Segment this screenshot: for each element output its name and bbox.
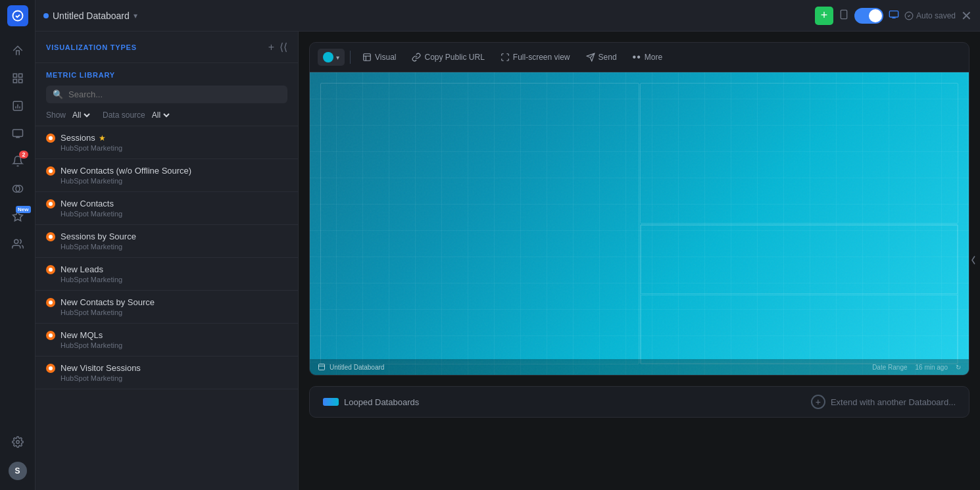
left-navigation: 2 New S bbox=[0, 0, 36, 490]
loop-label: Looped Databoards bbox=[344, 397, 419, 407]
copy-url-button[interactable]: Copy Public URL bbox=[405, 49, 491, 65]
copy-url-label: Copy Public URL bbox=[424, 53, 484, 62]
title-chevron-icon[interactable]: ▾ bbox=[134, 11, 137, 20]
extend-plus-icon: + bbox=[811, 395, 825, 409]
list-item[interactable]: Sessions by Source HubSpot Marketing bbox=[36, 225, 298, 258]
metric-list: Sessions ★ HubSpot Marketing New Contact… bbox=[36, 126, 298, 490]
preview-grid bbox=[320, 83, 958, 364]
visual-tab-button[interactable]: Visual bbox=[356, 49, 403, 65]
page-title: Untitled Databoard bbox=[53, 11, 130, 21]
status-dot bbox=[43, 13, 49, 18]
send-label: Send bbox=[599, 53, 617, 62]
fullscreen-icon bbox=[501, 53, 510, 62]
add-button[interactable]: + bbox=[815, 7, 833, 25]
preview-cell-top-right bbox=[640, 83, 959, 224]
top-bar: Untitled Databoard ▾ + Auto saved ✕ bbox=[36, 0, 980, 32]
app-logo bbox=[7, 5, 28, 26]
main-area: ▾ Visual Copy Public URL Full-screen vie… bbox=[299, 32, 980, 490]
fullscreen-label: Full-screen view bbox=[513, 53, 570, 62]
nav-reports[interactable] bbox=[6, 94, 30, 118]
color-swatch bbox=[323, 52, 333, 62]
extend-label: Extend with another Databoard... bbox=[831, 397, 956, 407]
collapse-sidebar-button[interactable]: ⟨⟨ bbox=[280, 41, 287, 53]
nav-team[interactable] bbox=[6, 232, 30, 256]
color-chevron-icon: ▾ bbox=[336, 54, 339, 61]
svg-rect-2 bbox=[18, 74, 22, 77]
new-badge: New bbox=[16, 206, 30, 213]
list-item[interactable]: New Contacts HubSpot Marketing bbox=[36, 192, 298, 225]
svg-point-0 bbox=[12, 11, 22, 21]
list-item[interactable]: New Visitor Sessions HubSpot Marketing bbox=[36, 356, 298, 389]
preview-footer-left: Untitled Databoard bbox=[318, 363, 384, 371]
notification-badge: 2 bbox=[19, 151, 28, 159]
preview-footer-right: Date Range 16 min ago ↻ bbox=[872, 364, 961, 371]
visual-label: Visual bbox=[375, 53, 396, 62]
show-label: Show bbox=[46, 110, 66, 120]
bottom-bar: Looped Databoards + Extend with another … bbox=[309, 386, 969, 418]
auto-saved-status: Auto saved bbox=[904, 11, 956, 20]
loop-databoards-section: Looped Databoards bbox=[323, 397, 419, 407]
svg-rect-4 bbox=[18, 80, 22, 83]
desktop-icon[interactable] bbox=[889, 9, 899, 22]
list-item[interactable]: New MQLs HubSpot Marketing bbox=[36, 324, 298, 356]
board-icon bbox=[318, 363, 326, 371]
nav-avatar[interactable]: S bbox=[6, 459, 30, 483]
fullscreen-button[interactable]: Full-screen view bbox=[494, 49, 577, 65]
svg-rect-12 bbox=[841, 10, 846, 18]
dashboard-card: ▾ Visual Copy Public URL Full-screen vie… bbox=[309, 42, 969, 376]
dashboard-toolbar: ▾ Visual Copy Public URL Full-screen vie… bbox=[310, 43, 969, 72]
svg-rect-14 bbox=[889, 11, 898, 16]
close-button[interactable]: ✕ bbox=[961, 9, 972, 22]
svg-rect-1 bbox=[13, 74, 16, 77]
more-dots-icon: •• bbox=[633, 51, 641, 63]
svg-point-10 bbox=[14, 239, 18, 243]
preview-sub-cell-2 bbox=[641, 295, 958, 364]
search-input[interactable] bbox=[68, 89, 281, 99]
mobile-icon[interactable] bbox=[839, 9, 849, 22]
nav-screen[interactable] bbox=[6, 122, 30, 145]
main-container: Untitled Databoard ▾ + Auto saved ✕ bbox=[36, 0, 980, 490]
board-name: Untitled Databoard bbox=[330, 364, 384, 371]
preview-sub-cell-1 bbox=[641, 225, 958, 294]
datasource-filter: Data source All bbox=[103, 110, 172, 120]
send-button[interactable]: Send bbox=[579, 49, 624, 65]
more-button[interactable]: •• More bbox=[626, 48, 670, 66]
color-picker-button[interactable]: ▾ bbox=[318, 49, 345, 66]
list-item[interactable]: New Contacts by Source HubSpot Marketing bbox=[36, 291, 298, 324]
list-item[interactable]: New Contacts (w/o Offline Source) HubSpo… bbox=[36, 159, 298, 192]
device-toggle[interactable] bbox=[854, 8, 883, 24]
svg-rect-16 bbox=[364, 54, 371, 61]
svg-rect-3 bbox=[13, 80, 16, 83]
nav-new-feature[interactable]: New bbox=[6, 205, 30, 228]
metric-section: METRIC LIBRARY 🔍 Show All Data source bbox=[36, 63, 298, 126]
nav-settings[interactable] bbox=[6, 430, 30, 454]
top-bar-right: Auto saved ✕ bbox=[904, 9, 972, 22]
show-select[interactable]: All bbox=[70, 110, 92, 120]
nav-dashboard[interactable] bbox=[6, 66, 30, 90]
extend-databoard-section[interactable]: + Extend with another Databoard... bbox=[811, 395, 956, 409]
filter-row: Show All Data source All bbox=[46, 110, 287, 120]
list-item[interactable]: New Leads HubSpot Marketing bbox=[36, 258, 298, 291]
title-section: Untitled Databoard ▾ bbox=[43, 11, 810, 21]
nav-home[interactable] bbox=[6, 39, 30, 62]
metric-library-label: METRIC LIBRARY bbox=[46, 71, 287, 79]
date-range: Date Range bbox=[872, 364, 907, 371]
more-label: More bbox=[645, 53, 662, 62]
visual-icon bbox=[362, 53, 372, 62]
link-icon bbox=[412, 53, 421, 62]
list-item[interactable]: Sessions ★ HubSpot Marketing bbox=[36, 126, 298, 159]
collapse-panel-button[interactable] bbox=[969, 252, 977, 270]
preview-cell-main bbox=[320, 83, 639, 364]
refresh-icon: ↻ bbox=[956, 364, 961, 371]
nav-notifications[interactable]: 2 bbox=[6, 149, 30, 173]
data-source-label: Data source bbox=[103, 110, 145, 120]
nav-connections[interactable] bbox=[6, 177, 30, 201]
data-source-select[interactable]: All bbox=[149, 110, 172, 120]
svg-rect-19 bbox=[319, 364, 325, 370]
add-viz-button[interactable]: + bbox=[268, 41, 274, 53]
preview-footer: Untitled Databoard Date Range 16 min ago… bbox=[310, 359, 969, 375]
toggle-thumb bbox=[869, 9, 882, 22]
svg-rect-6 bbox=[12, 130, 22, 137]
dashboard-preview: Untitled Databoard Date Range 16 min ago… bbox=[310, 72, 969, 375]
toolbar-separator bbox=[350, 51, 351, 64]
